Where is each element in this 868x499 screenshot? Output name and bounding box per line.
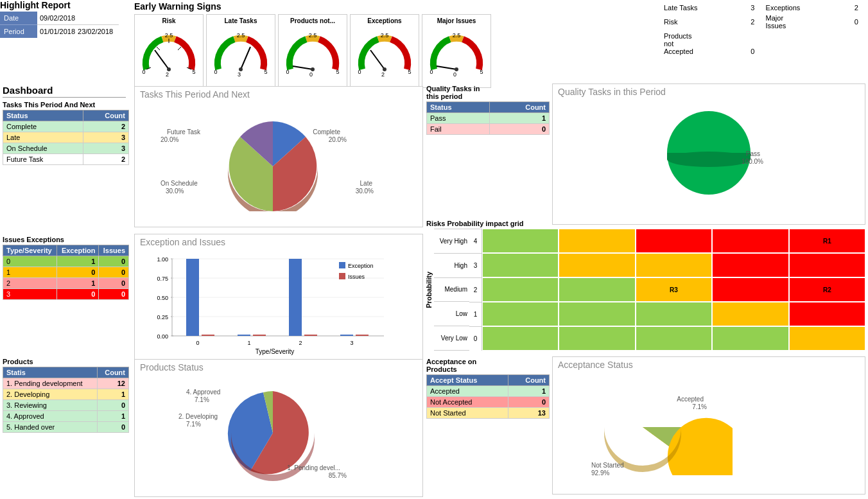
svg-text:0.75: 0.75 [157, 276, 168, 282]
major-issues-label: MajorIssues [762, 13, 847, 31]
acceptance-chart-title: Acceptance Status [553, 357, 865, 372]
gauge-exceptions-svg: 0 2.5 5 2 [356, 24, 413, 79]
svg-text:1. Pending devel...: 1. Pending devel... [287, 464, 340, 471]
svg-text:20.0%: 20.0% [161, 136, 178, 143]
risk-value: 2 [743, 13, 762, 31]
products-pie-svg: 4. Approved 7.1% 2. Developing 7.1% 1. P… [135, 375, 411, 484]
risks-grid-cell: R3 [636, 277, 712, 302]
table-row: Future Task2 [3, 154, 129, 165]
risks-grid-cell [482, 326, 559, 351]
quality-pie-svg: Pass 100.0% [638, 101, 779, 201]
svg-text:4. Approved: 4. Approved [186, 389, 220, 396]
gauge-late-tasks: Late Tasks 0 2.5 5 3 [206, 14, 275, 88]
risks-grid-cell [636, 326, 712, 351]
risks-grid-cell [789, 326, 865, 351]
table-row: 1. Pending development12 [3, 378, 129, 389]
quality-tasks-section: Quality Tasks inthis period Status Count… [424, 83, 552, 136]
gauge-late-svg: 0 2.5 5 3 [212, 24, 270, 79]
accept-col-count: Count [508, 375, 549, 386]
svg-text:5: 5 [192, 69, 195, 75]
dashboard-title: Dashboard [3, 85, 126, 98]
svg-rect-74 [304, 335, 317, 336]
gauge-major-label: Major Issues [437, 17, 476, 24]
table-row: On Schedule3 [3, 143, 129, 154]
risks-grid-row: 3 [469, 253, 865, 277]
late-tasks-label: Late Tasks [660, 3, 743, 13]
svg-text:30.0%: 30.0% [166, 188, 184, 195]
acceptance-title: Acceptance onProducts [426, 358, 550, 373]
svg-text:3: 3 [350, 340, 353, 346]
products-not-accepted-label: ProductsnotAccepted [660, 31, 743, 57]
svg-text:0: 0 [196, 340, 199, 346]
bar-chart-svg: 0.00 0.25 0.50 0.75 1.00 0 1 2 3 Type/ [140, 252, 410, 355]
svg-text:0: 0 [309, 71, 313, 78]
acceptance-chart: Acceptance Status Accepted 7.1% Not Star… [552, 356, 865, 495]
svg-text:2: 2 [381, 71, 385, 78]
col-count: Count [83, 110, 128, 121]
gauge-major-issues: Major Issues 0 2.5 5 0 [422, 14, 491, 88]
svg-text:100.0%: 100.0% [742, 158, 763, 165]
svg-text:5: 5 [336, 69, 339, 75]
gauge-exceptions: Exceptions 0 2.5 5 2 [350, 14, 419, 88]
table-row: 3. Reviewing0 [3, 400, 129, 411]
svg-rect-45 [667, 153, 751, 159]
risks-grid-row: 1 [469, 302, 865, 326]
highlight-report: Highlight Report Date 09/02/2018 Period … [0, 0, 132, 38]
tasks-chart-title: Tasks This Period And Next [135, 87, 422, 102]
products-title: Products [3, 358, 129, 365]
svg-rect-76 [356, 335, 369, 336]
risks-grid-cell [482, 253, 559, 277]
svg-text:2.5: 2.5 [309, 32, 317, 39]
quality-tasks-title: Quality Tasks inthis period [426, 85, 550, 100]
risks-grid-cell: R1 [789, 229, 865, 253]
svg-text:0: 0 [142, 69, 145, 75]
svg-text:7.1%: 7.1% [692, 403, 707, 410]
tasks-period-table: Status Count Complete2Late3On Schedule3F… [3, 110, 129, 165]
svg-text:5: 5 [480, 69, 483, 75]
date-value: 09/02/2018 [37, 12, 119, 25]
risks-grid-cell [712, 302, 788, 326]
svg-rect-77 [339, 262, 345, 268]
table-row: 210 [3, 278, 129, 289]
table-row: Fail0 [427, 124, 550, 135]
svg-line-26 [370, 50, 385, 69]
risks-grid-cell [482, 302, 559, 326]
accept-col-status: Accept Status [427, 375, 508, 386]
gauge-risk-svg: 0 2.5 5 2 [140, 24, 198, 79]
issues-col-exception: Exception [57, 245, 99, 256]
products-chart-title: Products Status [135, 360, 422, 375]
products-col-status: Statis [3, 367, 98, 378]
risks-grid-row: 2R3R2 [469, 277, 865, 302]
risks-y-axis-label: Probability [424, 229, 434, 351]
risks-grid-cell [712, 229, 788, 253]
table-row: 100 [3, 267, 129, 278]
dashboard-section: Dashboard [0, 83, 128, 99]
svg-text:5: 5 [264, 69, 267, 75]
risks-grid-row: 0 [469, 326, 865, 351]
svg-line-3 [178, 47, 181, 50]
svg-text:2.5: 2.5 [381, 32, 389, 39]
table-row: 300 [3, 289, 129, 300]
risks-grid-cell [712, 253, 788, 277]
risks-grid-cell [636, 253, 712, 277]
col-status: Status [3, 110, 83, 121]
issues-title: Issues Exceptions [3, 236, 129, 243]
tasks-pie-wrapper: Future Task 20.0% On Schedule 30.0% Comp… [135, 102, 422, 214]
products-section: Products Statis Count 1. Pending develop… [0, 356, 132, 434]
risks-y-labels: Very High High Medium Low Very Low [434, 229, 469, 351]
gauge-risk-label: Risk [162, 17, 175, 24]
gauge-major-svg: 0 2.5 5 0 [428, 24, 485, 79]
svg-text:Future Task: Future Task [167, 128, 201, 136]
risks-grid-cell [636, 229, 712, 253]
risks-grid-cell [482, 229, 559, 253]
period-label: Period [0, 25, 37, 38]
period-value: 01/01/2018 23/02/2018 [37, 25, 119, 38]
svg-text:20.0%: 20.0% [329, 136, 347, 143]
table-row: 2. Developing1 [3, 389, 129, 400]
svg-rect-75 [340, 335, 353, 336]
svg-text:0: 0 [214, 69, 217, 75]
svg-text:85.7%: 85.7% [329, 472, 347, 479]
svg-text:Type/Severity: Type/Severity [256, 348, 295, 355]
gauge-products-svg: 0 2.5 5 0 [284, 24, 342, 79]
svg-text:3: 3 [238, 71, 241, 78]
